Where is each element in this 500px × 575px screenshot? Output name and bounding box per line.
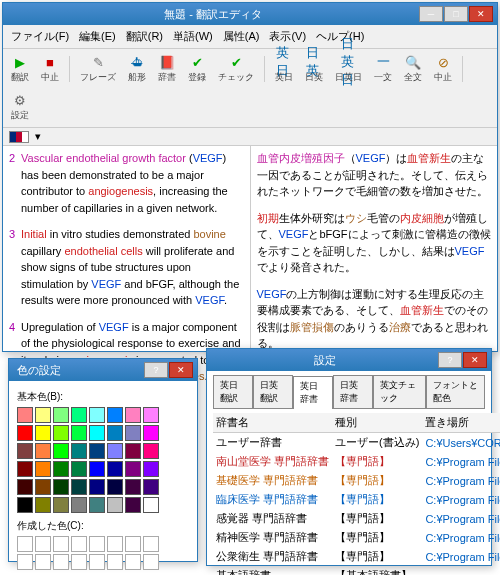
custom-swatch[interactable] [125, 554, 141, 570]
color-swatch[interactable] [17, 479, 33, 495]
tb-設定[interactable]: ⚙設定 [7, 90, 33, 124]
tb-翻訳[interactable]: ▶翻訳 [7, 52, 33, 86]
tb-一文[interactable]: 一一文 [370, 52, 396, 86]
color-swatch[interactable] [35, 479, 51, 495]
close-button[interactable]: ✕ [469, 6, 493, 22]
menu-item[interactable]: ファイル(F) [7, 27, 73, 46]
color-swatch[interactable] [125, 479, 141, 495]
custom-swatch[interactable] [107, 536, 123, 552]
tb-中止[interactable]: ⊘中止 [430, 52, 456, 86]
dict-row[interactable]: 南山堂医学 専門語辞書【専門語】C:¥Program Files¥CrossLa [213, 452, 500, 471]
lang-flag[interactable] [9, 131, 29, 143]
color-swatch[interactable] [89, 479, 105, 495]
help-button[interactable]: ? [144, 362, 168, 378]
custom-swatch[interactable] [125, 536, 141, 552]
color-swatch[interactable] [143, 497, 159, 513]
custom-swatch[interactable] [35, 536, 51, 552]
color-swatch[interactable] [35, 407, 51, 423]
color-swatch[interactable] [71, 425, 87, 441]
menu-item[interactable]: 編集(E) [75, 27, 120, 46]
color-swatch[interactable] [71, 443, 87, 459]
color-swatch[interactable] [17, 425, 33, 441]
color-swatch[interactable] [143, 407, 159, 423]
custom-swatch[interactable] [89, 536, 105, 552]
custom-swatch[interactable] [17, 554, 33, 570]
tb-中止[interactable]: ■中止 [37, 52, 63, 86]
color-swatch[interactable] [17, 407, 33, 423]
tb-全文[interactable]: 🔍全文 [400, 52, 426, 86]
custom-swatch[interactable] [17, 536, 33, 552]
dict-row[interactable]: 基本語辞書【基本語辞書】 [213, 566, 500, 575]
color-swatch[interactable] [53, 425, 69, 441]
color-swatch[interactable] [89, 425, 105, 441]
maximize-button[interactable]: □ [444, 6, 468, 22]
tb-登録[interactable]: ✔登録 [184, 52, 210, 86]
menu-item[interactable]: 属性(A) [219, 27, 264, 46]
tb-船形[interactable]: ⛴船形 [124, 52, 150, 86]
color-swatch[interactable] [107, 461, 123, 477]
color-swatch[interactable] [125, 407, 141, 423]
color-swatch[interactable] [107, 425, 123, 441]
color-swatch[interactable] [35, 425, 51, 441]
color-swatch[interactable] [35, 497, 51, 513]
custom-swatch[interactable] [53, 536, 69, 552]
color-swatch[interactable] [125, 497, 141, 513]
custom-swatch[interactable] [89, 554, 105, 570]
color-swatch[interactable] [143, 425, 159, 441]
tb-フレーズ[interactable]: ✎フレーズ [76, 52, 120, 86]
custom-swatch[interactable] [35, 554, 51, 570]
tb-日英日[interactable]: 日英日日英日 [331, 52, 366, 86]
custom-swatch[interactable] [143, 536, 159, 552]
color-swatch[interactable] [107, 407, 123, 423]
tab-4[interactable]: 英文チェック [373, 375, 426, 408]
tb-日英[interactable]: 日英日英 [301, 52, 327, 86]
color-swatch[interactable] [71, 497, 87, 513]
color-swatch[interactable] [17, 443, 33, 459]
color-swatch[interactable] [53, 443, 69, 459]
color-swatch[interactable] [71, 479, 87, 495]
color-swatch[interactable] [53, 461, 69, 477]
custom-swatch[interactable] [143, 554, 159, 570]
color-swatch[interactable] [107, 443, 123, 459]
color-swatch[interactable] [125, 443, 141, 459]
chevron-down-icon[interactable]: ▾ [35, 130, 41, 143]
color-close-button[interactable]: ✕ [169, 362, 193, 378]
tb-辞書[interactable]: 📕辞書 [154, 52, 180, 86]
color-swatch[interactable] [71, 407, 87, 423]
color-swatch[interactable] [89, 461, 105, 477]
color-swatch[interactable] [17, 461, 33, 477]
tb-チェック[interactable]: ✔チェック [214, 52, 258, 86]
color-swatch[interactable] [35, 443, 51, 459]
color-swatch[interactable] [107, 497, 123, 513]
color-swatch[interactable] [89, 443, 105, 459]
settings-close-button[interactable]: ✕ [463, 352, 487, 368]
color-swatch[interactable] [35, 461, 51, 477]
dict-row[interactable]: ユーザー辞書ユーザー(書込み)C:¥Users¥COREi7¥Docum [213, 433, 500, 453]
dict-row[interactable]: 基礎医学 専門語辞書【専門語】C:¥Program Files¥CrossLa [213, 471, 500, 490]
help-button[interactable]: ? [438, 352, 462, 368]
color-swatch[interactable] [71, 461, 87, 477]
color-swatch[interactable] [53, 407, 69, 423]
color-swatch[interactable] [143, 461, 159, 477]
custom-swatch[interactable] [71, 554, 87, 570]
color-swatch[interactable] [17, 497, 33, 513]
tb-英日[interactable]: 英日英日 [271, 52, 297, 86]
tab-5[interactable]: フォントと配色 [426, 375, 485, 408]
tab-1[interactable]: 日英翻訳 [253, 375, 293, 408]
tab-3[interactable]: 日英辞書 [333, 375, 373, 408]
custom-swatch[interactable] [71, 536, 87, 552]
dict-row[interactable]: 公衆衛生 専門語辞書【専門語】C:¥Program Files¥CrossLa [213, 547, 500, 566]
tab-2[interactable]: 英日辞書 [293, 376, 333, 409]
menu-item[interactable]: 単語(W) [169, 27, 217, 46]
custom-swatch[interactable] [53, 554, 69, 570]
color-swatch[interactable] [89, 497, 105, 513]
dict-row[interactable]: 感覚器 専門語辞書【専門語】C:¥Program Files¥CrossLa [213, 509, 500, 528]
color-swatch[interactable] [53, 497, 69, 513]
minimize-button[interactable]: ─ [419, 6, 443, 22]
tab-0[interactable]: 英日翻訳 [213, 375, 253, 408]
custom-swatch[interactable] [107, 554, 123, 570]
dict-row[interactable]: 臨床医学 専門語辞書【専門語】C:¥Program Files¥CrossLa [213, 490, 500, 509]
color-swatch[interactable] [125, 425, 141, 441]
dict-row[interactable]: 精神医学 専門語辞書【専門語】C:¥Program Files¥CrossLa [213, 528, 500, 547]
color-swatch[interactable] [143, 479, 159, 495]
